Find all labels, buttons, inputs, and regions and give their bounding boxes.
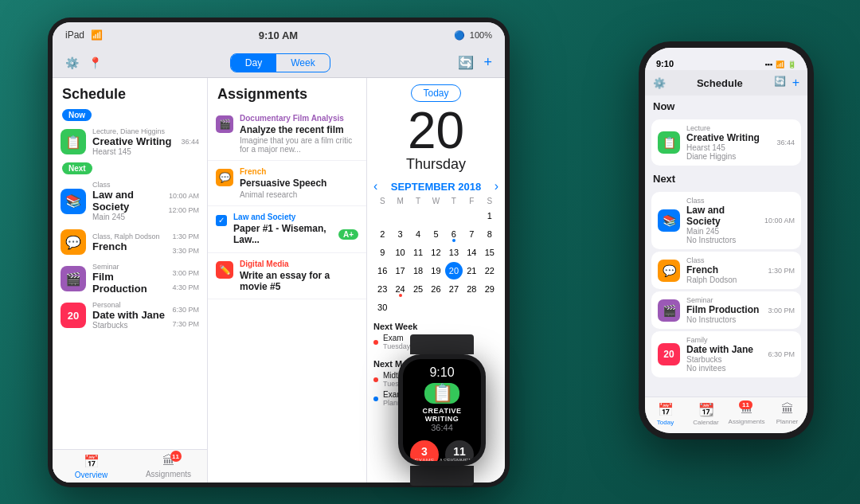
digital-media-title: Write an essay for a movie #5 bbox=[240, 270, 358, 293]
date-time2: 7:30 PM bbox=[172, 320, 199, 328]
iphone-law-title: Law and Society bbox=[686, 205, 758, 227]
date-icon: 20 bbox=[61, 303, 86, 328]
cal-week-2: 2 3 4 5 6 7 8 bbox=[373, 225, 498, 243]
law-title: Law and Society bbox=[92, 189, 162, 213]
iphone-add-icon[interactable]: + bbox=[792, 76, 799, 90]
calendar-today-cell[interactable]: 20 bbox=[445, 262, 463, 279]
iphone-french-sub: Ralph Dodson bbox=[686, 275, 761, 284]
watch-exams-button[interactable]: 3 EXAMS bbox=[410, 440, 439, 461]
location-icon[interactable]: 📍 bbox=[88, 57, 102, 69]
calendar-day-name: Thursday bbox=[367, 156, 505, 173]
tab-overview[interactable]: 📅 Overview bbox=[53, 454, 130, 479]
iphone-refresh-icon[interactable]: 🔄 bbox=[774, 76, 786, 90]
iphone-french-label: Class bbox=[686, 256, 761, 264]
watch-assignments-label: ASSIGNMENTS bbox=[440, 458, 480, 461]
iphone-french-content: Class French Ralph Dodson bbox=[686, 256, 761, 284]
cal-week-1: 1 bbox=[373, 207, 498, 225]
iphone-schedule-title: Schedule bbox=[697, 77, 743, 89]
iphone-scroll-area: Now 📋 Lecture Creative Writing Hearst 14… bbox=[645, 96, 807, 397]
iphone-screen: 9:10 ▪▪▪ 📶 🔋 ⚙️ Schedule 🔄 + Now 📋 Lectu bbox=[645, 48, 807, 433]
iphone-planner-icon: 🏛 bbox=[781, 402, 794, 416]
iphone-now-section: Now bbox=[645, 96, 807, 117]
assignment-film-analysis[interactable]: 🎬 Documentary Film Analysis Analyze the … bbox=[208, 107, 366, 161]
iphone-device: 9:10 ▪▪▪ 📶 🔋 ⚙️ Schedule 🔄 + Now 📋 Lectu bbox=[639, 41, 814, 440]
ipad-status-right: 🔵 100% bbox=[454, 30, 492, 41]
iphone-item-film[interactable]: 🎬 Seminar Film Production No Instructors… bbox=[651, 291, 801, 329]
day-tab[interactable]: Day bbox=[231, 54, 276, 72]
film-time: 3:00 PM bbox=[172, 269, 199, 277]
watch-band-bottom bbox=[410, 466, 474, 486]
iphone-cw-label: Lecture bbox=[686, 124, 770, 132]
watch-assignments-button[interactable]: 11 ASSIGNMENTS bbox=[445, 440, 474, 461]
law-paper-checkbox[interactable]: ✓ bbox=[216, 215, 227, 226]
french-speech-sub: Animal research bbox=[240, 190, 326, 199]
schedule-item-date[interactable]: 20 Personal Date with Jane Starbucks 6:3… bbox=[53, 298, 207, 333]
date-time: 6:30 PM bbox=[172, 306, 199, 314]
tab-assignments[interactable]: 🏛 11 Assignments bbox=[130, 454, 207, 479]
add-icon[interactable]: + bbox=[483, 54, 492, 71]
schedule-item-french[interactable]: 💬 Class, Ralph Dodson French 1:30 PM 3:3… bbox=[53, 225, 207, 260]
iphone-item-date[interactable]: 20 Family Date with Jane Starbucks No in… bbox=[651, 331, 801, 377]
cal-week-6: 30 bbox=[373, 299, 498, 316]
watch-app-time: 36:44 bbox=[431, 423, 453, 432]
date-label: Personal bbox=[92, 301, 166, 309]
refresh-icon[interactable]: 🔄 bbox=[458, 55, 474, 70]
iphone-cal-label: Calendar bbox=[693, 419, 718, 426]
film-label: Seminar bbox=[92, 263, 166, 271]
ipad-toolbar-right: 🔄 + bbox=[458, 54, 492, 71]
iphone-date-sub: Starbucks bbox=[686, 355, 761, 364]
watch-app-icon[interactable]: 📋 bbox=[424, 383, 459, 404]
today-button[interactable]: Today bbox=[411, 84, 460, 102]
cal-next-arrow[interactable]: › bbox=[494, 179, 498, 193]
iphone-tab-assignments[interactable]: 🏛 11 Assignments bbox=[726, 402, 767, 425]
law-sub: Main 245 bbox=[92, 213, 162, 221]
french-time: 1:30 PM bbox=[172, 232, 199, 240]
iphone-item-french[interactable]: 💬 Class French Ralph Dodson 1:30 PM bbox=[651, 252, 801, 289]
film-info: Seminar Film Production bbox=[92, 263, 166, 295]
iphone-law-label: Class bbox=[686, 197, 758, 205]
battery-label: 100% bbox=[470, 30, 492, 40]
iphone-date-icon: 20 bbox=[658, 343, 680, 365]
creative-writing-label: Lecture, Diane Higgins bbox=[92, 127, 174, 135]
iphone-planner-label: Planner bbox=[776, 418, 799, 425]
upcoming-dot-3 bbox=[373, 397, 378, 401]
assignment-law-paper[interactable]: ✓ Law and Society Paper #1 - Wiseman, La… bbox=[208, 206, 366, 253]
iphone-date-content: Family Date with Jane Starbucks No invit… bbox=[686, 336, 761, 373]
iphone-french-time: 1:30 PM bbox=[768, 267, 795, 275]
assignments-title: Assignments bbox=[208, 78, 366, 107]
schedule-item-film[interactable]: 🎬 Seminar Film Production 3:00 PM 4:30 P… bbox=[53, 260, 207, 298]
iphone-tab-calendar[interactable]: 📆 Calendar bbox=[686, 402, 726, 426]
overview-tab-icon: 📅 bbox=[84, 454, 100, 469]
iphone-film-sub: No Instructors bbox=[686, 315, 761, 324]
iphone-tab-planner[interactable]: 🏛 Planner bbox=[767, 402, 807, 425]
gear-icon[interactable]: ⚙️ bbox=[65, 57, 79, 69]
iphone-tab-today[interactable]: 📅 Today bbox=[645, 402, 686, 426]
calendar-nav: ‹ SEPTEMBER 2018 › bbox=[367, 176, 505, 197]
assignments-tab-label: Assignments bbox=[146, 470, 191, 479]
ipad-toolbar-left: ⚙️ 📍 bbox=[65, 57, 102, 69]
schedule-item-creative-writing[interactable]: 📋 Lecture, Diane Higgins Creative Writin… bbox=[53, 124, 207, 159]
ipad-status-left: iPad 📶 bbox=[65, 29, 103, 41]
iphone-tab-bar: 📅 Today 📆 Calendar 🏛 11 Assignments 🏛 Pl… bbox=[645, 397, 807, 433]
iphone-item-creative-writing[interactable]: 📋 Lecture Creative Writing Hearst 145 Di… bbox=[651, 119, 801, 166]
iphone-wifi-icon: 📶 bbox=[776, 61, 784, 68]
next-week-label: Next Week bbox=[373, 322, 498, 331]
watch-screen: 9:10 📋 CREATIVE WRITING 36:44 3 EXAMS 11… bbox=[403, 359, 481, 461]
iphone-law-time: 10:00 AM bbox=[764, 217, 795, 225]
iphone-gear-icon[interactable]: ⚙️ bbox=[653, 77, 666, 89]
cal-week-3: 9 10 11 12 13 14 15 bbox=[373, 244, 498, 261]
watch-app-name: CREATIVE WRITING bbox=[408, 407, 476, 423]
watch-time: 9:10 bbox=[429, 365, 454, 380]
ipad-toolbar: ⚙️ 📍 Day Week 🔄 + bbox=[53, 48, 505, 78]
watch-exams-num: 3 bbox=[421, 446, 428, 457]
assignment-digital-media[interactable]: ✏️ Digital Media Write an essay for a mo… bbox=[208, 253, 366, 300]
iphone-next-label: Next bbox=[653, 173, 799, 185]
iphone-item-law[interactable]: 📚 Class Law and Society Main 245 No Inst… bbox=[651, 192, 801, 249]
iphone-battery-icon: 🔋 bbox=[788, 61, 796, 68]
ipad-assignments-panel: Assignments 🎬 Documentary Film Analysis … bbox=[208, 78, 367, 483]
iphone-next-section: Next bbox=[645, 168, 807, 189]
week-tab[interactable]: Week bbox=[276, 54, 329, 72]
schedule-item-law[interactable]: 📚 Class Law and Society Main 245 10:00 A… bbox=[53, 178, 207, 225]
iphone-film-icon: 🎬 bbox=[658, 299, 680, 322]
assignment-french-speech[interactable]: 💬 French Persuasive Speech Animal resear… bbox=[208, 161, 366, 205]
